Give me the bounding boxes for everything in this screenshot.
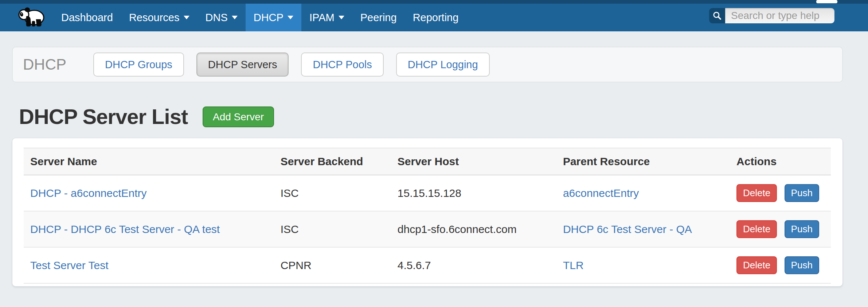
search-icon[interactable] (709, 8, 725, 23)
section-label: DHCP (23, 56, 66, 73)
nav-item-dns[interactable]: DNS (198, 4, 246, 31)
column-header-server-name: Server Name (24, 148, 274, 175)
dhcp-server-table: Server Name Server Backend Server Host P… (24, 148, 831, 284)
push-button[interactable]: Push (785, 184, 819, 202)
nav-item-label: DNS (206, 12, 228, 24)
server-backend-value: ISC (274, 211, 391, 247)
server-host-value: 15.15.15.128 (391, 175, 556, 211)
table-row: Test Server Test CPNR 4.5.6.7 TLR Delete… (24, 247, 831, 283)
column-header-server-host: Server Host (391, 148, 556, 175)
nav-item-label: Reporting (413, 12, 459, 24)
delete-button[interactable]: Delete (736, 184, 777, 202)
server-backend-value: CPNR (274, 247, 391, 283)
server-backend-value: ISC (274, 175, 391, 211)
search-input[interactable] (725, 8, 834, 23)
scrollbar-thumb[interactable] (816, 0, 837, 3)
parent-resource-link[interactable]: DHCP 6c Test Server - QA (563, 223, 692, 235)
column-header-server-backend: Server Backend (274, 148, 391, 175)
caret-down-icon (339, 16, 344, 19)
tab-dhcp-logging[interactable]: DHCP Logging (396, 53, 490, 77)
server-name-link[interactable]: Test Server Test (30, 259, 109, 271)
tab-dhcp-groups[interactable]: DHCP Groups (93, 53, 184, 77)
nav-item-dashboard[interactable]: Dashboard (53, 4, 121, 31)
nav-item-label: Peering (360, 12, 397, 24)
push-button[interactable]: Push (785, 220, 819, 238)
server-name-link[interactable]: DHCP - DHCP 6c Test Server - QA test (30, 223, 220, 235)
table-header-row: Server Name Server Backend Server Host P… (24, 148, 831, 175)
dhcp-tabs: DHCP Groups DHCP Servers DHCP Pools DHCP… (93, 53, 490, 77)
nav-item-label: Dashboard (61, 12, 113, 24)
tab-dhcp-pools[interactable]: DHCP Pools (301, 53, 383, 77)
nav-item-peering[interactable]: Peering (352, 4, 405, 31)
caret-down-icon (232, 16, 238, 19)
window-top-strip (0, 0, 868, 4)
nav-item-label: Resources (129, 12, 180, 24)
dhcp-subnav-panel: DHCP DHCP Groups DHCP Servers DHCP Pools… (12, 47, 843, 82)
delete-button[interactable]: Delete (736, 220, 777, 238)
global-search (709, 8, 834, 23)
panda-logo-icon[interactable] (17, 5, 45, 30)
nav-item-dhcp[interactable]: DHCP (246, 4, 301, 31)
server-host-value: dhcp1-sfo.6connect.com (391, 211, 556, 247)
table-row: DHCP - a6connectEntry ISC 15.15.15.128 a… (24, 175, 831, 211)
page-title: DHCP Server List (19, 104, 188, 129)
nav-item-reporting[interactable]: Reporting (405, 4, 467, 31)
server-list-card: Server Name Server Backend Server Host P… (12, 138, 843, 287)
caret-down-icon (184, 16, 189, 19)
parent-resource-link[interactable]: a6connectEntry (563, 187, 639, 199)
push-button[interactable]: Push (785, 256, 819, 274)
table-row: DHCP - DHCP 6c Test Server - QA test ISC… (24, 211, 831, 247)
add-server-button[interactable]: Add Server (203, 106, 274, 127)
delete-button[interactable]: Delete (736, 256, 777, 274)
main-navigation: Dashboard Resources DNS DHCP IPAM Peerin… (53, 4, 466, 31)
tab-dhcp-servers[interactable]: DHCP Servers (196, 53, 289, 77)
column-header-parent-resource: Parent Resource (556, 148, 730, 175)
server-host-value: 4.5.6.7 (391, 247, 556, 283)
top-navbar: Dashboard Resources DNS DHCP IPAM Peerin… (0, 0, 868, 31)
column-header-actions: Actions (730, 148, 831, 175)
caret-down-icon (288, 16, 293, 19)
nav-item-resources[interactable]: Resources (121, 4, 198, 31)
server-name-link[interactable]: DHCP - a6connectEntry (30, 187, 147, 199)
nav-item-label: DHCP (254, 12, 284, 24)
parent-resource-link[interactable]: TLR (563, 259, 584, 271)
nav-item-ipam[interactable]: IPAM (301, 4, 352, 31)
nav-item-label: IPAM (309, 12, 335, 24)
